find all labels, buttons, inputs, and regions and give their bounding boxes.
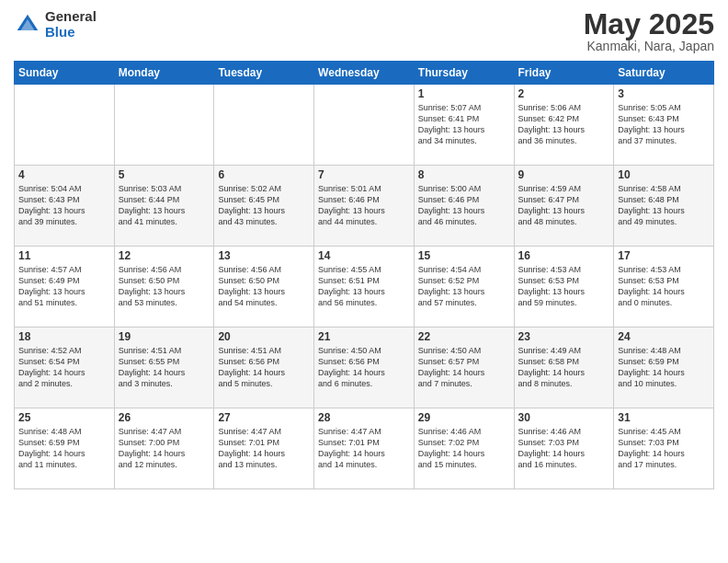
day-number: 19 xyxy=(119,330,210,343)
day-number: 21 xyxy=(318,330,410,343)
calendar-cell: 31Sunrise: 4:45 AM Sunset: 7:03 PM Dayli… xyxy=(614,408,714,489)
day-info: Sunrise: 5:01 AM Sunset: 6:46 PM Dayligh… xyxy=(318,183,410,228)
calendar-week-2: 4Sunrise: 5:04 AM Sunset: 6:43 PM Daylig… xyxy=(15,166,714,247)
calendar-cell: 23Sunrise: 4:49 AM Sunset: 6:58 PM Dayli… xyxy=(514,327,614,408)
calendar-cell: 17Sunrise: 4:53 AM Sunset: 6:53 PM Dayli… xyxy=(614,247,714,327)
day-number: 27 xyxy=(218,411,310,424)
calendar-cell: 26Sunrise: 4:47 AM Sunset: 7:00 PM Dayli… xyxy=(114,408,214,489)
day-number: 20 xyxy=(218,330,310,343)
calendar-week-1: 1Sunrise: 5:07 AM Sunset: 6:41 PM Daylig… xyxy=(15,85,714,166)
day-number: 16 xyxy=(518,249,610,262)
day-info: Sunrise: 4:53 AM Sunset: 6:53 PM Dayligh… xyxy=(518,264,610,309)
calendar-cell: 10Sunrise: 4:58 AM Sunset: 6:48 PM Dayli… xyxy=(614,166,714,247)
day-number: 18 xyxy=(18,330,110,343)
day-header-saturday: Saturday xyxy=(614,62,714,85)
day-info: Sunrise: 4:46 AM Sunset: 7:02 PM Dayligh… xyxy=(418,426,510,471)
day-info: Sunrise: 5:03 AM Sunset: 6:44 PM Dayligh… xyxy=(119,183,210,228)
calendar-cell: 29Sunrise: 4:46 AM Sunset: 7:02 PM Dayli… xyxy=(414,408,514,489)
day-header-tuesday: Tuesday xyxy=(214,62,314,85)
month-title: May 2025 xyxy=(584,9,714,39)
day-info: Sunrise: 4:58 AM Sunset: 6:48 PM Dayligh… xyxy=(618,183,710,228)
day-header-thursday: Thursday xyxy=(414,62,514,85)
day-info: Sunrise: 4:56 AM Sunset: 6:50 PM Dayligh… xyxy=(218,264,310,309)
day-header-wednesday: Wednesday xyxy=(314,62,415,85)
day-info: Sunrise: 4:50 AM Sunset: 6:56 PM Dayligh… xyxy=(318,345,410,390)
day-number: 3 xyxy=(618,87,710,100)
day-info: Sunrise: 4:47 AM Sunset: 7:00 PM Dayligh… xyxy=(119,426,210,471)
day-number: 28 xyxy=(318,411,410,424)
day-number: 23 xyxy=(518,330,610,343)
day-header-friday: Friday xyxy=(514,62,614,85)
day-info: Sunrise: 4:47 AM Sunset: 7:01 PM Dayligh… xyxy=(218,426,310,471)
day-info: Sunrise: 5:04 AM Sunset: 6:43 PM Dayligh… xyxy=(18,183,110,228)
calendar-cell: 8Sunrise: 5:00 AM Sunset: 6:46 PM Daylig… xyxy=(414,166,514,247)
location: Kanmaki, Nara, Japan xyxy=(584,39,714,53)
day-number: 13 xyxy=(218,249,310,262)
logo-general: General xyxy=(45,9,97,25)
day-info: Sunrise: 4:56 AM Sunset: 6:50 PM Dayligh… xyxy=(119,264,210,309)
calendar-cell: 14Sunrise: 4:55 AM Sunset: 6:51 PM Dayli… xyxy=(314,247,415,327)
day-info: Sunrise: 4:46 AM Sunset: 7:03 PM Dayligh… xyxy=(518,426,610,471)
calendar-cell: 18Sunrise: 4:52 AM Sunset: 6:54 PM Dayli… xyxy=(15,327,115,408)
day-number: 24 xyxy=(618,330,710,343)
calendar-week-4: 18Sunrise: 4:52 AM Sunset: 6:54 PM Dayli… xyxy=(15,327,714,408)
calendar-cell xyxy=(214,85,314,166)
logo: General Blue xyxy=(14,9,97,40)
day-info: Sunrise: 4:53 AM Sunset: 6:53 PM Dayligh… xyxy=(618,264,710,309)
day-info: Sunrise: 4:51 AM Sunset: 6:56 PM Dayligh… xyxy=(218,345,310,390)
calendar-cell: 20Sunrise: 4:51 AM Sunset: 6:56 PM Dayli… xyxy=(214,327,314,408)
day-number: 30 xyxy=(518,411,610,424)
calendar-cell: 30Sunrise: 4:46 AM Sunset: 7:03 PM Dayli… xyxy=(514,408,614,489)
day-info: Sunrise: 5:06 AM Sunset: 6:42 PM Dayligh… xyxy=(518,102,610,147)
calendar-cell: 3Sunrise: 5:05 AM Sunset: 6:43 PM Daylig… xyxy=(614,85,714,166)
day-number: 1 xyxy=(418,87,510,100)
day-number: 25 xyxy=(18,411,110,424)
day-info: Sunrise: 4:49 AM Sunset: 6:58 PM Dayligh… xyxy=(518,345,610,390)
day-number: 26 xyxy=(119,411,210,424)
day-info: Sunrise: 4:51 AM Sunset: 6:55 PM Dayligh… xyxy=(119,345,210,390)
day-number: 11 xyxy=(18,249,110,262)
header: General Blue May 2025 Kanmaki, Nara, Jap… xyxy=(14,9,714,53)
title-section: May 2025 Kanmaki, Nara, Japan xyxy=(584,9,714,53)
day-number: 8 xyxy=(418,168,510,181)
calendar-cell xyxy=(114,85,214,166)
day-number: 10 xyxy=(618,168,710,181)
calendar-cell: 2Sunrise: 5:06 AM Sunset: 6:42 PM Daylig… xyxy=(514,85,614,166)
day-info: Sunrise: 4:54 AM Sunset: 6:52 PM Dayligh… xyxy=(418,264,510,309)
calendar-cell: 5Sunrise: 5:03 AM Sunset: 6:44 PM Daylig… xyxy=(114,166,214,247)
calendar-header-row: SundayMondayTuesdayWednesdayThursdayFrid… xyxy=(15,62,714,85)
calendar-cell: 25Sunrise: 4:48 AM Sunset: 6:59 PM Dayli… xyxy=(15,408,115,489)
day-number: 12 xyxy=(119,249,210,262)
calendar-cell: 4Sunrise: 5:04 AM Sunset: 6:43 PM Daylig… xyxy=(15,166,115,247)
day-number: 29 xyxy=(418,411,510,424)
calendar-cell xyxy=(314,85,415,166)
calendar-cell: 16Sunrise: 4:53 AM Sunset: 6:53 PM Dayli… xyxy=(514,247,614,327)
calendar-cell: 9Sunrise: 4:59 AM Sunset: 6:47 PM Daylig… xyxy=(514,166,614,247)
logo-text: General Blue xyxy=(45,9,97,40)
calendar-cell: 13Sunrise: 4:56 AM Sunset: 6:50 PM Dayli… xyxy=(214,247,314,327)
calendar-cell: 1Sunrise: 5:07 AM Sunset: 6:41 PM Daylig… xyxy=(414,85,514,166)
day-number: 5 xyxy=(119,168,210,181)
day-number: 17 xyxy=(618,249,710,262)
calendar-cell: 15Sunrise: 4:54 AM Sunset: 6:52 PM Dayli… xyxy=(414,247,514,327)
calendar-cell: 27Sunrise: 4:47 AM Sunset: 7:01 PM Dayli… xyxy=(214,408,314,489)
day-info: Sunrise: 4:59 AM Sunset: 6:47 PM Dayligh… xyxy=(518,183,610,228)
day-header-monday: Monday xyxy=(114,62,214,85)
calendar-cell: 7Sunrise: 5:01 AM Sunset: 6:46 PM Daylig… xyxy=(314,166,415,247)
day-info: Sunrise: 5:02 AM Sunset: 6:45 PM Dayligh… xyxy=(218,183,310,228)
logo-blue: Blue xyxy=(45,25,97,40)
day-info: Sunrise: 4:47 AM Sunset: 7:01 PM Dayligh… xyxy=(318,426,410,471)
calendar-cell: 22Sunrise: 4:50 AM Sunset: 6:57 PM Dayli… xyxy=(414,327,514,408)
day-number: 15 xyxy=(418,249,510,262)
day-info: Sunrise: 5:00 AM Sunset: 6:46 PM Dayligh… xyxy=(418,183,510,228)
day-info: Sunrise: 4:50 AM Sunset: 6:57 PM Dayligh… xyxy=(418,345,510,390)
day-info: Sunrise: 4:45 AM Sunset: 7:03 PM Dayligh… xyxy=(618,426,710,471)
calendar: SundayMondayTuesdayWednesdayThursdayFrid… xyxy=(14,61,714,489)
page: General Blue May 2025 Kanmaki, Nara, Jap… xyxy=(0,0,728,563)
day-number: 22 xyxy=(418,330,510,343)
day-number: 7 xyxy=(318,168,410,181)
calendar-cell xyxy=(15,85,115,166)
day-info: Sunrise: 4:48 AM Sunset: 6:59 PM Dayligh… xyxy=(618,345,710,390)
day-number: 4 xyxy=(18,168,110,181)
day-info: Sunrise: 4:48 AM Sunset: 6:59 PM Dayligh… xyxy=(18,426,110,471)
